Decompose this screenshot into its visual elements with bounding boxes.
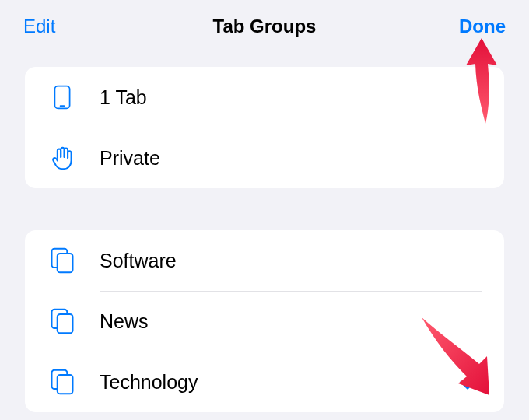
svg-rect-3 [58, 254, 73, 272]
checkmark-icon [459, 371, 482, 394]
row-label: Software [100, 250, 482, 272]
row-label: 1 Tab [100, 86, 482, 109]
row-news[interactable]: News [25, 291, 504, 352]
icon-wrap [25, 67, 100, 128]
icon-wrap [25, 352, 100, 412]
stack-icon [49, 247, 75, 275]
hand-icon [50, 145, 75, 170]
edit-button[interactable]: Edit [23, 16, 86, 37]
svg-rect-7 [58, 375, 73, 394]
row-single-tab[interactable]: 1 Tab [25, 67, 504, 128]
icon-wrap [25, 128, 100, 188]
row-label: Private [100, 147, 482, 170]
section-default-groups: 1 Tab Private [25, 67, 504, 188]
stack-icon [49, 307, 75, 335]
done-button[interactable]: Done [443, 16, 506, 37]
row-private[interactable]: Private [25, 128, 504, 188]
icon-wrap [25, 230, 100, 291]
row-software[interactable]: Software [25, 230, 504, 291]
svg-rect-0 [54, 86, 69, 109]
row-technology[interactable]: Technology [25, 352, 504, 412]
stack-icon [49, 368, 75, 396]
row-label: Technology [100, 371, 459, 394]
header-bar: Edit Tab Groups Done [0, 0, 529, 53]
row-label: News [100, 310, 482, 333]
svg-rect-5 [58, 314, 73, 333]
section-custom-groups: Software News Technology [25, 230, 504, 412]
iphone-icon [50, 85, 75, 110]
page-title: Tab Groups [86, 16, 443, 37]
icon-wrap [25, 291, 100, 352]
